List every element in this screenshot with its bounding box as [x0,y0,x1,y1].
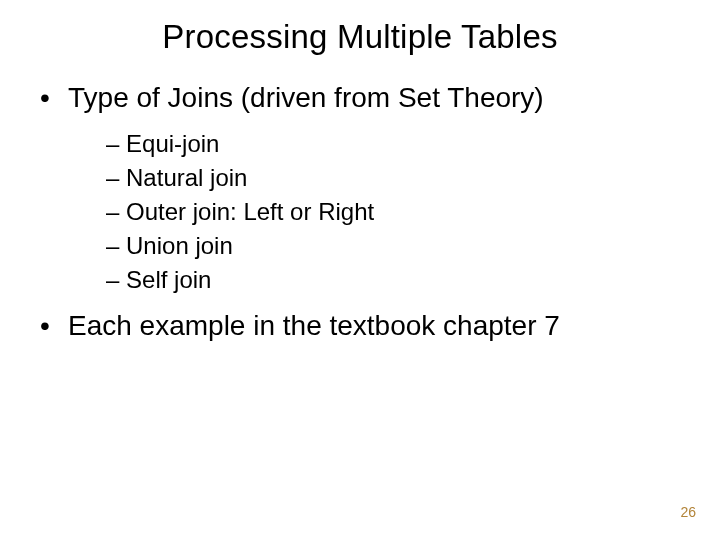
sublist: – Equi-join – Natural join – Outer join:… [36,123,720,309]
sub-text: Natural join [126,164,247,191]
page-number: 26 [680,504,696,520]
slide-title: Processing Multiple Tables [0,0,720,56]
bullet-icon: • [36,81,68,115]
sub-item: – Outer join: Left or Right [106,195,720,229]
dash-icon: – [106,232,119,259]
sub-text: Outer join: Left or Right [126,198,374,225]
dash-icon: – [106,198,119,225]
sub-item: – Union join [106,229,720,263]
sub-text: Equi-join [126,130,219,157]
bullet-item: • Each example in the textbook chapter 7 [36,309,720,343]
bullet-item: • Type of Joins (driven from Set Theory) [36,81,720,115]
sub-text: Self join [126,266,211,293]
dash-icon: – [106,164,119,191]
dash-icon: – [106,130,119,157]
sub-text: Union join [126,232,233,259]
slide: Processing Multiple Tables • Type of Joi… [0,0,720,540]
sub-item: – Natural join [106,161,720,195]
sub-item: – Equi-join [106,127,720,161]
sub-item: – Self join [106,263,720,297]
slide-body: • Type of Joins (driven from Set Theory)… [0,56,720,343]
bullet-text: Each example in the textbook chapter 7 [68,309,560,343]
bullet-icon: • [36,309,68,343]
bullet-text: Type of Joins (driven from Set Theory) [68,81,544,115]
dash-icon: – [106,266,119,293]
